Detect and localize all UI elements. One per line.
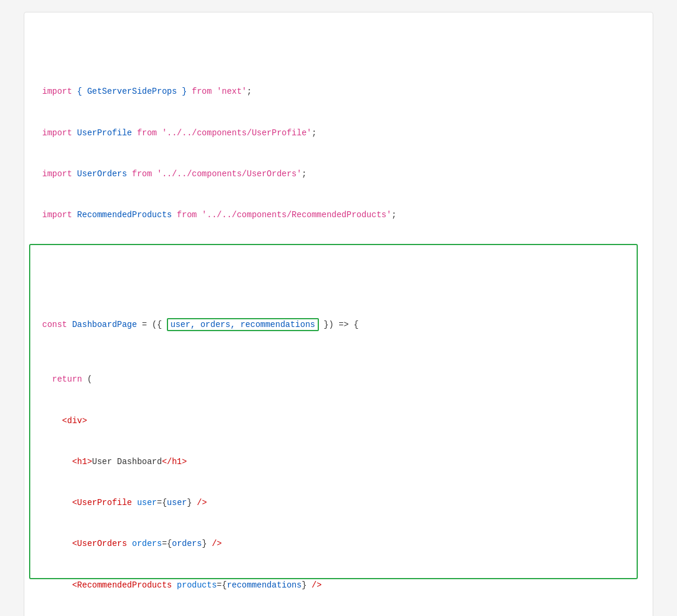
code-container: import { GetServerSideProps } from 'next… [24, 12, 653, 616]
line-7: return ( [42, 373, 635, 386]
line-11: <UserOrders orders={orders} /> [42, 537, 635, 551]
line-3: import UserOrders from '../../components… [42, 167, 635, 181]
params-highlight: user, orders, recommendations [167, 318, 319, 331]
line-12: <RecommendedProducts products={recommend… [42, 579, 635, 592]
code-block: import { GetServerSideProps } from 'next… [42, 30, 635, 616]
line-8: <div> [42, 414, 635, 428]
line-10: <UserProfile user={user} /> [42, 496, 635, 510]
line-6: const DashboardPage = ({ user, orders, r… [42, 318, 635, 332]
line-2: import UserProfile from '../../component… [42, 126, 635, 140]
line-9: <h1>User Dashboard</h1> [42, 455, 635, 469]
line-5 [42, 250, 635, 263]
line-4: import RecommendedProducts from '../../c… [42, 208, 635, 222]
line-1: import { GetServerSideProps } from 'next… [42, 85, 635, 99]
